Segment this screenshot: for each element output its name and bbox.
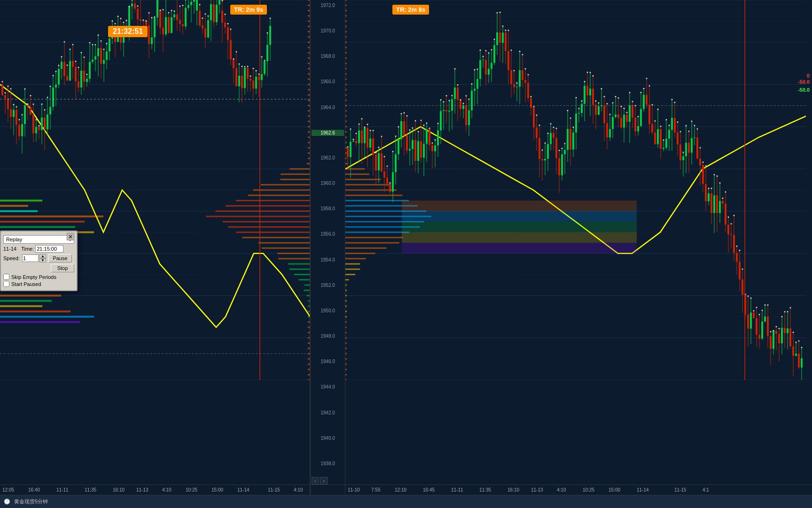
price-1958: 1958.0 xyxy=(312,206,344,212)
time-label-6: 11-13 xyxy=(136,487,148,492)
r-time-2: 7:55 xyxy=(371,487,380,492)
skip-empty-checkbox[interactable] xyxy=(3,274,9,280)
tr-badge-left: TR: 2m 9s xyxy=(230,5,267,15)
dialog-speed-row: Speed: ▲ ▼ Pause xyxy=(3,254,74,262)
r-time-7: 16:10 xyxy=(508,487,519,492)
dialog-type-row: Replay xyxy=(3,235,74,244)
time-label-1: 12:05 xyxy=(2,487,14,492)
price-1954: 1954.0 xyxy=(312,257,344,263)
replay-dialog: × Replay 11-14 Time: Speed: ▲ ▼ Pause xyxy=(0,230,78,291)
price-1940: 1940.0 xyxy=(312,435,344,442)
dialog-date-row: 11-14 Time: xyxy=(3,245,74,253)
skip-empty-label: Skip Empty Periods xyxy=(11,274,56,280)
time-label-4: 11:35 xyxy=(85,487,96,492)
time-badge-left: 21:32:51 xyxy=(108,26,148,37)
time-label-10: 11-14 xyxy=(237,487,250,492)
time-label-5: 16:10 xyxy=(113,487,125,492)
chart-right-panel: TR: 2m 8s 0 -50.0 -50.0 11-10 7:55 12:10… xyxy=(345,0,812,495)
time-axis-left: 12:05 16:40 11-11 11:35 16:10 11-13 4:10… xyxy=(0,484,310,495)
profit-label-red-2: -50.0 xyxy=(798,79,810,85)
r-time-8: 11-13 xyxy=(531,487,543,492)
speed-label: Speed: xyxy=(3,255,22,261)
price-1938: 1938.0 xyxy=(312,460,344,467)
chart-label: 黄金现货5分钟 xyxy=(14,498,48,505)
price-1972: 1972.0 xyxy=(312,2,344,9)
speed-control: ▲ ▼ xyxy=(22,254,46,262)
speed-down-btn[interactable]: ▼ xyxy=(39,258,46,262)
stop-button[interactable]: Stop xyxy=(51,264,74,272)
price-1966: 1966.0 xyxy=(312,79,344,85)
nav-left-arrow[interactable]: ‹ xyxy=(312,477,319,484)
speed-spinners: ▲ ▼ xyxy=(39,254,46,262)
r-time-4: 16:45 xyxy=(423,487,435,492)
skip-empty-row: Skip Empty Periods xyxy=(3,274,74,280)
time-label-12: 4:10 xyxy=(294,487,303,492)
price-1942: 1942.0 xyxy=(312,410,344,416)
r-time-14: 4:1 xyxy=(703,487,709,492)
r-time-3: 12:10 xyxy=(395,487,406,492)
date-value: 11-14 xyxy=(3,246,16,252)
r-time-1: 11-10 xyxy=(348,487,360,492)
price-1946: 1946.0 xyxy=(312,358,344,365)
nav-right-arrow[interactable]: › xyxy=(320,477,328,484)
profit-label-green: -50.0 xyxy=(798,87,810,93)
start-paused-row: Start Paused xyxy=(3,281,74,287)
time-label-7: 4:10 xyxy=(162,487,171,492)
price-1962-6: 1962.6 xyxy=(312,130,344,136)
time-label-8: 10:25 xyxy=(186,487,197,492)
price-1948: 1948.0 xyxy=(312,333,344,340)
dialog-stop-row: Stop xyxy=(3,264,74,272)
price-1964: 1964.0 xyxy=(312,104,344,111)
nav-arrows: ‹ › xyxy=(312,477,328,484)
dialog-close-btn[interactable]: × xyxy=(67,233,74,240)
time-label: Time: xyxy=(21,246,34,252)
clock-icon: 🕐 xyxy=(4,499,10,505)
r-time-10: 10:25 xyxy=(583,487,594,492)
r-time-5: 11-11 xyxy=(451,487,463,492)
time-label-9: 15:00 xyxy=(211,487,223,492)
price-1950: 1950.0 xyxy=(312,308,344,314)
main-container: TR: 2m 9s 21:32:51 12:05 16:40 11-11 11:… xyxy=(0,0,812,508)
replay-type-select[interactable]: Replay xyxy=(3,235,74,244)
price-1962: 1962.0 xyxy=(312,155,344,161)
tr-badge-right: TR: 2m 8s xyxy=(392,5,429,15)
price-1952: 1952.0 xyxy=(312,282,344,289)
price-scale-bottom xyxy=(311,484,345,495)
pause-button[interactable]: Pause xyxy=(48,254,72,262)
r-time-13: 11-15 xyxy=(674,487,687,492)
speed-up-btn[interactable]: ▲ xyxy=(39,254,46,258)
price-1970: 1970.0 xyxy=(312,28,344,34)
price-scale: 1972.0 1970.0 1968.0 1966.0 1964.0 1962.… xyxy=(310,0,345,495)
price-1956: 1956.0 xyxy=(312,231,344,238)
r-time-6: 11:35 xyxy=(479,487,491,492)
time-label-2: 16:40 xyxy=(28,487,40,492)
price-1960: 1960.0 xyxy=(312,180,344,187)
r-time-11: 15:00 xyxy=(609,487,620,492)
r-time-12: 11-14 xyxy=(637,487,649,492)
bottom-bar: 🕐 黄金现货5分钟 xyxy=(0,495,812,508)
price-1968: 1968.0 xyxy=(312,53,344,60)
time-input[interactable] xyxy=(35,245,63,253)
speed-input[interactable] xyxy=(22,254,39,262)
r-time-9: 4:10 xyxy=(557,487,566,492)
charts-area: TR: 2m 9s 21:32:51 12:05 16:40 11-11 11:… xyxy=(0,0,812,495)
profit-label-red-1: 0 xyxy=(807,73,810,79)
time-label-3: 11-11 xyxy=(56,487,69,492)
start-paused-label: Start Paused xyxy=(11,281,41,287)
price-1944: 1944.0 xyxy=(312,384,344,390)
time-axis-right: 11-10 7:55 12:10 16:45 11-11 11:35 16:10… xyxy=(345,484,812,495)
start-paused-checkbox[interactable] xyxy=(3,281,9,287)
time-label-11: 11-15 xyxy=(268,487,280,492)
